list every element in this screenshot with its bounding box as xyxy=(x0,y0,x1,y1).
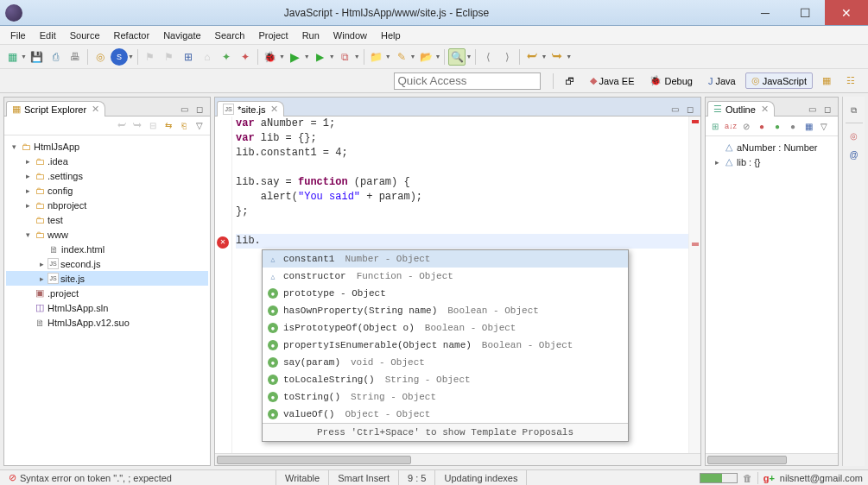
nav-button-4[interactable]: ✦ xyxy=(218,48,235,66)
close-icon[interactable]: ✕ xyxy=(761,104,769,115)
code-editor[interactable]: ✕ var aNumber = 1; var lib = {}; lib.con… xyxy=(215,117,700,453)
nav-button-3[interactable]: ⌂ xyxy=(199,48,216,66)
perspective-more-button-2[interactable]: ☷ xyxy=(840,72,861,89)
perspective-javaee[interactable]: ◆Java EE xyxy=(584,72,641,89)
outline-tool-4[interactable]: ● xyxy=(770,119,784,133)
sort-icon[interactable]: a↓z xyxy=(724,119,738,133)
search-button[interactable]: 🔍 xyxy=(448,48,466,66)
nav-button-2[interactable]: ⚑ xyxy=(161,48,178,66)
minimize-outline-button[interactable]: ▭ xyxy=(805,102,819,116)
close-button[interactable]: ✕ xyxy=(825,0,868,25)
tree-item[interactable]: 🗎index.html xyxy=(6,242,208,256)
debug-button[interactable]: 🐞 xyxy=(262,48,279,66)
tree-item[interactable]: ▸🗀nbproject xyxy=(6,198,208,212)
back-tool[interactable]: ⮨ xyxy=(115,119,129,133)
trash-icon[interactable]: 🗑 xyxy=(743,473,752,483)
outline-tool-5[interactable]: ● xyxy=(786,119,800,133)
error-marker-icon[interactable]: ✕ xyxy=(217,236,229,249)
collapse-tool[interactable]: ⊟ xyxy=(146,119,160,133)
expand-icon[interactable]: ▸ xyxy=(23,157,32,166)
autocomplete-item[interactable]: ●toLocaleString()String - Object xyxy=(263,371,628,388)
next-button[interactable]: ⟩ xyxy=(498,48,516,66)
status-email[interactable]: nilsnett@gmail.com xyxy=(780,473,863,483)
tree-item[interactable]: ▸JSsite.js xyxy=(6,271,208,286)
win-icon[interactable]: ⊞ xyxy=(180,48,197,66)
outline-tool-2[interactable]: ⊘ xyxy=(739,119,753,133)
expand-icon[interactable]: ▸ xyxy=(37,274,46,283)
save-button[interactable]: 💾 xyxy=(29,48,46,66)
overview-ruler[interactable] xyxy=(688,117,700,453)
forward-button[interactable]: ⮩ xyxy=(548,48,566,66)
new-file-button[interactable]: ✎ xyxy=(393,48,410,66)
autocomplete-item[interactable]: ●isPrototypeOf(Object o)Boolean - Object xyxy=(263,319,628,337)
outline-hscroll[interactable] xyxy=(706,453,838,465)
view-menu-button[interactable]: ▽ xyxy=(193,119,206,133)
maximize-button[interactable]: ☐ xyxy=(785,0,825,25)
tree-item[interactable]: ▣.project xyxy=(6,286,208,300)
perspective-javascript[interactable]: ◎JavaScript xyxy=(745,72,813,89)
outline-item[interactable]: △aNumber : Number xyxy=(709,140,834,154)
outline-tool-1[interactable]: ⊞ xyxy=(708,119,722,133)
tree-item[interactable]: ▸JSsecond.js xyxy=(6,256,208,271)
menu-file[interactable]: File xyxy=(3,28,33,42)
maximize-editor-button[interactable]: ◻ xyxy=(683,102,697,116)
autocomplete-item[interactable]: ●hasOwnProperty(String name)Boolean - Ob… xyxy=(263,302,628,319)
quick-access-input[interactable] xyxy=(394,72,541,90)
script-explorer-tab[interactable]: ▦ Script Explorer ✕ xyxy=(6,101,105,117)
new-folder-button[interactable]: 📁 xyxy=(368,48,385,66)
menu-project[interactable]: Project xyxy=(251,28,295,42)
run-button[interactable]: ▶ xyxy=(287,48,304,66)
maximize-outline-button[interactable]: ◻ xyxy=(820,102,834,116)
autocomplete-item[interactable]: ●toString()String - Object xyxy=(263,388,628,406)
menu-navigate[interactable]: Navigate xyxy=(156,28,207,42)
menu-run[interactable]: Run xyxy=(295,28,326,42)
editor-tab-site-js[interactable]: JS *site.js ✕ xyxy=(217,101,284,117)
back-button[interactable]: ⮨ xyxy=(523,48,541,66)
minimize-editor-button[interactable]: ▭ xyxy=(668,102,681,116)
menu-help[interactable]: Help xyxy=(374,28,408,42)
autocomplete-item[interactable]: ●valueOf()Object - Object xyxy=(263,406,628,423)
tree-item[interactable]: ▾🗀www xyxy=(6,227,208,242)
open-button[interactable]: 📂 xyxy=(418,48,435,66)
tree-item[interactable]: ▾🗀HtmlJsApp xyxy=(6,139,208,154)
autocomplete-item[interactable]: △constructorFunction - Object xyxy=(263,268,628,285)
tree-item[interactable]: ▸🗀.settings xyxy=(6,168,208,183)
run-ext-button[interactable]: ▶ xyxy=(312,48,329,66)
expand-icon[interactable]: ▸ xyxy=(23,172,32,180)
new-button[interactable]: ▦ xyxy=(3,48,21,66)
menu-refactor[interactable]: Refactor xyxy=(107,28,157,42)
tree-item[interactable]: ▸🗀.idea xyxy=(6,154,208,168)
outline-tool-6[interactable]: ▦ xyxy=(801,119,815,133)
breakpoint-button[interactable]: S xyxy=(111,48,128,66)
run-last-button[interactable]: ⧉ xyxy=(337,48,354,66)
autocomplete-item[interactable]: △constant1Number - Object xyxy=(263,250,628,268)
close-icon[interactable]: ✕ xyxy=(270,104,278,115)
outline-tab[interactable]: ☰ Outline ✕ xyxy=(707,101,775,117)
menu-search[interactable]: Search xyxy=(208,28,252,42)
expand-icon[interactable]: ▸ xyxy=(23,186,32,195)
prev-button[interactable]: ⟨ xyxy=(479,48,497,66)
menu-tool[interactable]: ⎗ xyxy=(177,119,191,133)
autocomplete-item[interactable]: ●prototype - Object xyxy=(263,285,628,302)
perspective-more-button[interactable]: ▦ xyxy=(816,72,837,89)
view-menu-button[interactable]: ▽ xyxy=(817,119,831,133)
expand-icon[interactable]: ▸ xyxy=(37,260,46,268)
menu-window[interactable]: Window xyxy=(326,28,374,42)
tree-item[interactable]: ◫HtmlJsApp.sln xyxy=(6,300,208,315)
autocomplete-item[interactable]: ●say(param)void - Object xyxy=(263,354,628,371)
nav-button-1[interactable]: ⚑ xyxy=(142,48,159,66)
menu-source[interactable]: Source xyxy=(63,28,107,42)
menu-edit[interactable]: Edit xyxy=(33,28,63,42)
outline-item[interactable]: ▸△lib : {} xyxy=(709,154,834,169)
link-tool[interactable]: ⇆ xyxy=(162,119,175,133)
heap-status-icon[interactable] xyxy=(700,473,738,483)
autocomplete-item[interactable]: ●propertyIsEnumerable(Object name)Boolea… xyxy=(263,337,628,354)
nav-button-5[interactable]: ✦ xyxy=(237,48,254,66)
perspective-java[interactable]: JJava xyxy=(702,73,742,89)
open-perspective-button[interactable]: 🗗 xyxy=(559,73,580,89)
tree-item[interactable]: 🗎HtmlJsApp.v12.suo xyxy=(6,315,208,330)
expand-icon[interactable]: ▸ xyxy=(23,201,32,210)
save-all-button[interactable]: ⎙ xyxy=(48,48,65,66)
minimize-button[interactable]: ─ xyxy=(745,0,785,25)
trim-icon-2[interactable]: @ xyxy=(847,148,861,161)
